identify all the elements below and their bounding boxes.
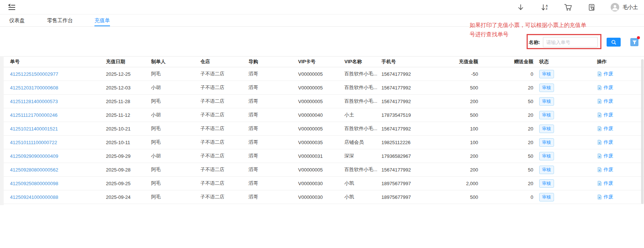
- cell-gift-amount: 0: [483, 71, 535, 77]
- action-void-link[interactable]: 作废: [604, 153, 613, 159]
- cell-store: 子不语二店: [200, 98, 248, 105]
- action-void-link[interactable]: 作废: [604, 84, 613, 91]
- cell-recharge-amount: 200: [430, 99, 483, 104]
- avatar[interactable]: [611, 3, 619, 11]
- cell-guide: 滔哥: [248, 112, 298, 118]
- cell-gift-amount: 20: [483, 181, 535, 186]
- order-no-link[interactable]: 412509280800000562: [10, 167, 58, 173]
- cell-vip-card: V00000005: [298, 71, 344, 77]
- status-badge: 审核: [539, 111, 554, 119]
- tab-recharge-order[interactable]: 充值单: [94, 15, 110, 26]
- cell-creator: 阿毛: [151, 180, 200, 187]
- action-void-link[interactable]: 作废: [604, 71, 613, 77]
- order-no-link[interactable]: 412510111100000722: [10, 140, 57, 145]
- cell-recharge-date: 2025-09-29: [106, 153, 151, 159]
- filter-notification-dot: [637, 36, 640, 39]
- status-badge: 审核: [539, 70, 554, 78]
- cell-phone: 17936582967: [381, 153, 430, 159]
- cell-vip-name: 小土: [344, 112, 381, 118]
- void-doc-icon: [597, 99, 602, 104]
- cell-creator: 阿毛: [151, 166, 200, 173]
- cell-phone: 15674177992: [381, 167, 430, 173]
- table-header-row: 单号 充值日期 制单人 仓店 导购 VIP卡号 VIP名称 手机号 充值金额 赠…: [0, 56, 644, 67]
- table-row: 412511281400000573 2025-11-28 阿毛 子不语二店 滔…: [0, 95, 644, 108]
- cell-recharge-amount: 200: [430, 153, 483, 159]
- cell-recharge-amount: 100: [430, 140, 483, 145]
- cell-phone: 15674177992: [381, 85, 430, 91]
- cell-vip-card: V00000035: [298, 140, 344, 145]
- order-no-link[interactable]: 412509241000000088: [10, 194, 58, 200]
- cell-recharge-date: 2025-09-28: [106, 167, 151, 173]
- order-no-link[interactable]: 412511281400000573: [10, 99, 58, 104]
- action-void-link[interactable]: 作废: [604, 166, 613, 173]
- order-no-link[interactable]: 412509290900000409: [10, 153, 58, 159]
- cell-recharge-amount: -50: [430, 71, 483, 77]
- search-input[interactable]: [543, 37, 598, 47]
- sort-az-icon[interactable]: AZ: [540, 3, 548, 11]
- void-doc-icon: [597, 153, 602, 159]
- action-void-link[interactable]: 作废: [604, 112, 613, 118]
- status-badge: 审核: [539, 138, 554, 147]
- cell-guide: 滔哥: [248, 84, 298, 91]
- tab-dashboard[interactable]: 仪表盘: [9, 15, 25, 26]
- cell-gift-amount: 20: [483, 85, 535, 91]
- table-row: 412509280800000562 2025-09-28 阿毛 子不语二店 滔…: [0, 163, 644, 177]
- order-no-link[interactable]: 412511121700000246: [10, 112, 57, 118]
- order-no-link[interactable]: 412512251500002977: [10, 71, 58, 77]
- header-status: 状态: [535, 58, 592, 65]
- cell-phone: 15674177992: [381, 99, 430, 104]
- cell-guide: 滔哥: [248, 71, 298, 77]
- cell-phone: 18975677997: [381, 181, 430, 186]
- header-guide: 导购: [248, 58, 298, 65]
- username[interactable]: 毛小土: [623, 4, 638, 11]
- cell-creator: 阿毛: [151, 139, 200, 146]
- header-action: 操作: [592, 58, 644, 65]
- header-order-no: 单号: [10, 58, 106, 65]
- tab-retail-workbench[interactable]: 零售工作台: [47, 15, 73, 26]
- cell-gift-amount: 20: [483, 112, 535, 118]
- cell-creator: 阿毛: [151, 71, 200, 77]
- vertical-scrollbar[interactable]: [641, 59, 644, 204]
- recharge-order-table: 单号 充值日期 制单人 仓店 导购 VIP卡号 VIP名称 手机号 充值金额 赠…: [0, 56, 644, 204]
- order-no-link[interactable]: 412512031700000608: [10, 85, 58, 91]
- cell-gift-amount: 20: [483, 140, 535, 145]
- status-badge: 审核: [539, 97, 554, 106]
- cell-recharge-date: 2025-11-28: [106, 99, 151, 104]
- cell-vip-name: 百胜软件小毛...: [344, 98, 381, 105]
- action-void-link[interactable]: 作废: [604, 139, 613, 146]
- cell-store: 子不语二店: [200, 84, 248, 91]
- cell-guide: 滔哥: [248, 139, 298, 146]
- action-void-link[interactable]: 作废: [604, 180, 613, 187]
- action-void-link[interactable]: 作废: [604, 125, 613, 132]
- topbar-right: AZ: [501, 0, 638, 14]
- filter-icon: [632, 40, 637, 45]
- download-icon[interactable]: [517, 3, 525, 11]
- doc-search-icon[interactable]: [588, 3, 596, 11]
- cell-store: 子不语二店: [200, 125, 248, 132]
- cell-creator: 阿毛: [151, 98, 200, 105]
- cell-store: 子不语二店: [200, 153, 248, 159]
- header-vip-card: VIP卡号: [298, 58, 344, 65]
- cell-recharge-amount: 2,000: [430, 181, 483, 186]
- cell-recharge-date: 2025-09-24: [106, 194, 151, 200]
- cell-vip-card: V00000005: [298, 126, 344, 132]
- cell-creator: 阿毛: [151, 194, 200, 200]
- void-doc-icon: [597, 85, 602, 90]
- cart-icon[interactable]: [564, 3, 572, 11]
- cell-guide: 滔哥: [248, 166, 298, 173]
- cell-vip-card: V00000040: [298, 112, 344, 118]
- search-button[interactable]: [607, 38, 621, 47]
- cell-vip-name: 百胜软件小毛...: [344, 166, 381, 173]
- filter-button[interactable]: [630, 38, 638, 46]
- header-vip-name: VIP名称: [344, 58, 381, 65]
- action-void-link[interactable]: 作废: [604, 194, 613, 200]
- order-no-link[interactable]: 412509250800000098: [10, 181, 58, 186]
- void-doc-icon: [597, 167, 602, 172]
- table-body: 412512251500002977 2025-12-25 阿毛 子不语二店 滔…: [0, 67, 644, 204]
- void-doc-icon: [597, 140, 602, 145]
- action-void-link[interactable]: 作废: [604, 98, 613, 105]
- cell-guide: 滔哥: [248, 98, 298, 105]
- header-store: 仓店: [200, 58, 248, 65]
- order-no-link[interactable]: 412510211400001521: [10, 126, 58, 132]
- menu-fold-icon[interactable]: [7, 3, 16, 11]
